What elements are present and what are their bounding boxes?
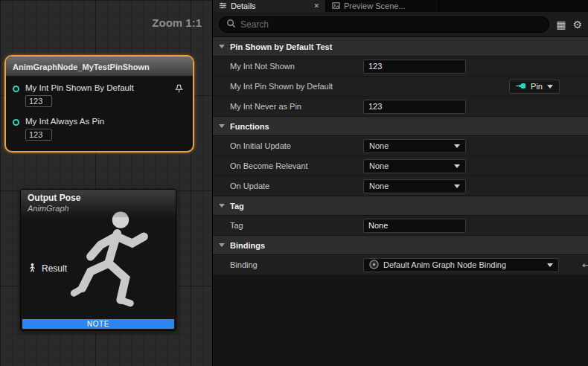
- zoom-indicator: Zoom 1:1: [152, 16, 202, 29]
- output-pose-node[interactable]: Output Pose AnimGraph Result NOTE: [20, 189, 176, 331]
- int-pin-icon[interactable]: [13, 86, 19, 92]
- chevron-down-icon: [219, 45, 225, 48]
- property-value: None: [363, 159, 588, 173]
- tab-bar: Details ✕ Preview Scene...: [213, 0, 588, 12]
- pushpin-icon[interactable]: [174, 83, 184, 97]
- category-title: Tag: [230, 202, 244, 211]
- property-row: On Become Relevant None: [213, 156, 588, 176]
- pin-row: My Int Pin Shown By Default: [11, 83, 187, 107]
- category-title: Bindings: [230, 241, 265, 250]
- property-row: My Int Pin Shown by Default Pin: [213, 77, 588, 97]
- pin-content: My Int Pin Shown By Default: [25, 83, 134, 107]
- pin-visibility-button[interactable]: Pin: [509, 80, 560, 94]
- property-value: [363, 60, 588, 74]
- node-title: AnimGraphNode_MyTestPinShown: [13, 62, 150, 71]
- int-input[interactable]: [363, 100, 466, 114]
- category-header[interactable]: Pin Shown by Default Test: [213, 37, 588, 57]
- tab-details[interactable]: Details ✕: [213, 0, 326, 12]
- anim-graph-node[interactable]: AnimGraphNode_MyTestPinShown My Int Pin …: [4, 55, 194, 152]
- unreal-anim-graph-editor: Zoom 1:1 AnimGraphNode_MyTestPinShown My…: [0, 0, 588, 366]
- search-icon: [226, 18, 236, 31]
- function-dropdown[interactable]: None: [363, 179, 466, 193]
- property-label: Binding: [213, 260, 363, 269]
- chevron-down-icon: [547, 85, 553, 89]
- pin-row: My Int Always As Pin: [11, 117, 187, 141]
- details-empty-area: [213, 275, 588, 366]
- category-title: Pin Shown by Default Test: [230, 42, 332, 51]
- pin-label: My Int Pin Shown By Default: [25, 83, 134, 92]
- property-value: None: [363, 139, 588, 153]
- search-box[interactable]: [219, 16, 549, 33]
- function-dropdown[interactable]: None: [363, 139, 466, 153]
- node-subtitle: AnimGraph: [28, 204, 169, 213]
- tag-input[interactable]: [363, 219, 466, 233]
- property-label: On Initial Update: [213, 141, 363, 150]
- tab-label: Preview Scene...: [344, 1, 406, 10]
- property-value: Pin: [363, 80, 588, 94]
- details-icon: [219, 1, 227, 11]
- tab-preview-scene[interactable]: Preview Scene...: [326, 0, 439, 12]
- property-row: My Int Never as Pin: [213, 97, 588, 117]
- chevron-down-icon: [454, 184, 460, 188]
- chevron-down-icon: [454, 164, 460, 168]
- dropdown-value: None: [369, 182, 450, 190]
- category-header[interactable]: Tag: [213, 196, 588, 216]
- property-row: On Update None: [213, 176, 588, 196]
- category-header[interactable]: Functions: [213, 117, 588, 136]
- chevron-down-icon: [454, 144, 460, 148]
- function-dropdown[interactable]: None: [363, 159, 466, 173]
- view-options-icon[interactable]: ▦: [556, 19, 566, 30]
- property-value: [363, 100, 588, 114]
- search-row: ▦ ⚙: [213, 12, 588, 37]
- pose-pin-icon[interactable]: [28, 262, 37, 275]
- category-title: Functions: [230, 122, 269, 131]
- pin-value-input[interactable]: [25, 129, 52, 141]
- node-title: Output Pose: [28, 193, 169, 203]
- search-input[interactable]: [240, 19, 542, 30]
- graph-canvas[interactable]: Zoom 1:1 AnimGraphNode_MyTestPinShown My…: [0, 0, 212, 366]
- preview-scene-icon: [332, 1, 340, 11]
- pin-button-label: Pin: [531, 82, 543, 91]
- binding-icon: [369, 260, 379, 271]
- settings-gear-icon[interactable]: ⚙: [572, 19, 582, 30]
- chevron-down-icon: [219, 124, 225, 128]
- property-value: Default Anim Graph Node Binding ↩: [363, 258, 588, 272]
- binding-dropdown[interactable]: Default Anim Graph Node Binding: [363, 258, 559, 272]
- node-body: My Int Pin Shown By Default My Int Alway…: [6, 77, 193, 151]
- property-value: None: [363, 179, 588, 193]
- property-row: My Int Not Shown: [213, 57, 588, 77]
- property-row: Binding Default Anim Graph Node Binding …: [213, 255, 588, 275]
- pin-value-input[interactable]: [25, 95, 52, 107]
- pin-content: My Int Always As Pin: [25, 117, 104, 141]
- property-row: On Initial Update None: [213, 136, 588, 156]
- property-label: My Int Not Shown: [213, 62, 363, 71]
- property-row: Tag: [213, 216, 588, 236]
- dropdown-value: None: [369, 141, 450, 150]
- int-input[interactable]: [363, 60, 466, 74]
- node-title-bar[interactable]: Output Pose AnimGraph: [21, 190, 176, 217]
- property-label: My Int Never as Pin: [213, 102, 363, 111]
- pin-label: My Int Always As Pin: [25, 117, 104, 126]
- pin-icon: [516, 82, 526, 91]
- revert-icon[interactable]: ↩: [582, 260, 588, 271]
- property-label: Tag: [213, 221, 363, 230]
- close-icon[interactable]: ✕: [313, 2, 319, 10]
- tab-label: Details: [231, 1, 256, 10]
- property-label: My Int Pin Shown by Default: [213, 82, 363, 91]
- node-title-bar[interactable]: AnimGraphNode_MyTestPinShown: [6, 57, 193, 77]
- note-bar[interactable]: NOTE: [22, 319, 174, 329]
- chevron-down-icon: [219, 243, 225, 247]
- dropdown-value: None: [369, 161, 450, 170]
- int-pin-icon[interactable]: [13, 119, 19, 126]
- property-label: On Update: [213, 182, 363, 190]
- result-pin-row: Result: [28, 262, 67, 275]
- category-header[interactable]: Bindings: [213, 236, 588, 255]
- property-value: [363, 219, 588, 233]
- property-label: On Become Relevant: [213, 161, 363, 170]
- result-pin-label: Result: [42, 263, 67, 274]
- details-panel: Details ✕ Preview Scene...: [212, 0, 588, 366]
- chevron-down-icon: [547, 263, 553, 267]
- mannequin-image: [49, 202, 172, 327]
- chevron-down-icon: [219, 204, 225, 208]
- dropdown-value: Default Anim Graph Node Binding: [383, 260, 543, 269]
